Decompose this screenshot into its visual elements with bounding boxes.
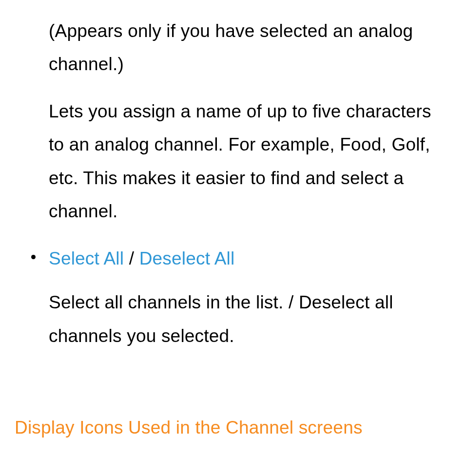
manual-page: (Appears only if you have selected an an…: [0, 0, 465, 444]
deselect-all-link[interactable]: Deselect All: [139, 248, 235, 268]
channel-name-section: (Appears only if you have selected an an…: [15, 15, 450, 228]
select-all-description-block: Select all channels in the list. / Desel…: [15, 286, 450, 353]
separator-text: /: [124, 248, 139, 268]
select-all-bullet: Select All / Deselect All: [15, 242, 450, 275]
bullet-icon: [31, 255, 36, 259]
select-all-link[interactable]: Select All: [49, 248, 124, 268]
select-all-description: Select all channels in the list. / Desel…: [49, 286, 450, 353]
display-icons-heading: Display Icons Used in the Channel screen…: [15, 411, 450, 444]
analog-condition-note: (Appears only if you have selected an an…: [49, 15, 450, 81]
channel-name-description: Lets you assign a name of up to five cha…: [49, 95, 450, 228]
